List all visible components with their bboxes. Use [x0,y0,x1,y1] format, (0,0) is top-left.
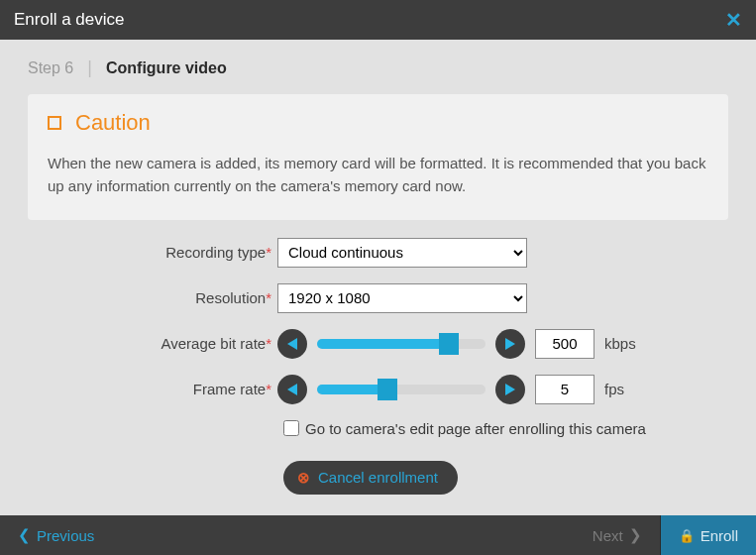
modal-title: Enroll a device [14,10,125,30]
chevron-right-icon: ❯ [629,526,642,544]
svg-marker-2 [287,384,297,395]
page-title: Configure video [106,59,227,77]
bitrate-label: Average bit rate* [38,335,277,352]
framerate-increase-button[interactable] [495,375,525,404]
caution-header: Caution [48,110,708,136]
caution-panel: Caution When the new camera is added, it… [28,94,728,220]
caution-title: Caution [75,110,151,136]
video-config-form: Recording type* Cloud continuous Resolut… [28,238,728,495]
framerate-slider[interactable] [317,375,486,404]
enroll-label: Enroll [701,527,738,544]
lock-icon: 🔒 [679,528,695,543]
goto-edit-checkbox[interactable] [283,420,299,436]
framerate-input[interactable] [535,375,594,404]
bitrate-increase-button[interactable] [495,329,525,359]
modal-body: Step 6 | Configure video Caution When th… [0,40,756,515]
triangle-left-icon [287,338,297,350]
svg-marker-3 [505,384,515,395]
bitrate-slider[interactable] [317,329,486,359]
svg-marker-1 [505,338,515,350]
resolution-select[interactable]: 1920 x 1080 [277,283,527,313]
svg-marker-0 [287,338,297,350]
bitrate-decrease-button[interactable] [277,329,307,359]
wizard-footer: ❮ Previous Next ❯ 🔒 Enroll [0,515,756,555]
framerate-label: Frame rate* [38,381,277,397]
framerate-row: Frame rate* fps [38,375,718,404]
goto-edit-row: Go to camera's edit page after enrolling… [283,420,718,437]
triangle-right-icon [505,338,515,350]
next-button: Next ❯ [575,515,660,555]
goto-edit-label: Go to camera's edit page after enrolling… [305,420,646,437]
bitrate-unit: kbps [604,335,636,352]
titlebar: Enroll a device ✕ [0,0,756,40]
recording-type-select[interactable]: Cloud continuous [277,238,527,268]
next-label: Next [593,527,623,544]
previous-button[interactable]: ❮ Previous [0,515,112,555]
footer-spacer [112,515,574,555]
recording-type-label: Recording type* [38,244,277,261]
triangle-left-icon [287,384,297,395]
caution-icon [48,116,61,130]
recording-type-row: Recording type* Cloud continuous [38,238,718,268]
breadcrumb-divider: | [87,57,92,78]
triangle-right-icon [505,384,515,395]
cancel-icon: ⊗ [297,469,310,487]
caution-text: When the new camera is added, its memory… [48,152,708,198]
breadcrumb: Step 6 | Configure video [28,57,728,78]
close-icon[interactable]: ✕ [725,10,742,30]
resolution-row: Resolution* 1920 x 1080 [38,283,718,313]
resolution-label: Resolution* [38,289,277,306]
cancel-enrollment-label: Cancel enrollment [318,469,438,486]
framerate-unit: fps [604,381,624,397]
chevron-left-icon: ❮ [18,526,31,544]
enroll-button[interactable]: 🔒 Enroll [660,515,756,555]
bitrate-row: Average bit rate* kbps [38,329,718,359]
enroll-device-modal: Enroll a device ✕ Step 6 | Configure vid… [0,0,756,555]
cancel-enrollment-button[interactable]: ⊗ Cancel enrollment [283,461,458,495]
framerate-decrease-button[interactable] [277,375,307,404]
bitrate-input[interactable] [535,329,594,359]
step-indicator: Step 6 [28,59,73,77]
previous-label: Previous [37,527,94,544]
